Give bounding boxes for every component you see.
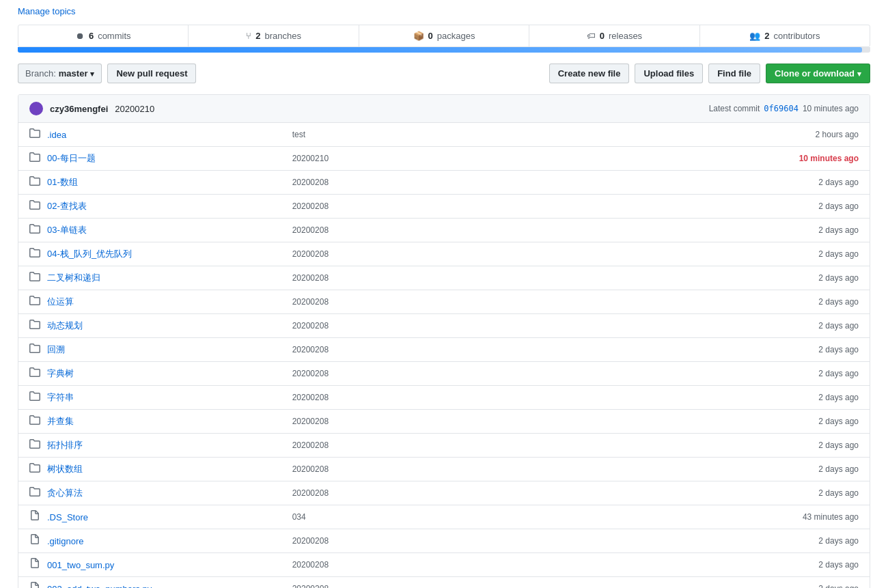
file-name[interactable]: 拓扑排序 bbox=[47, 439, 287, 451]
folder-icon bbox=[29, 486, 42, 500]
packages-count: 0 bbox=[428, 31, 433, 41]
table-row: 02-查找表202002082 days ago bbox=[18, 195, 870, 219]
packages-label: packages bbox=[437, 31, 475, 41]
table-row: 二叉树和递归202002082 days ago bbox=[18, 266, 870, 290]
file-name[interactable]: 贪心算法 bbox=[47, 487, 287, 499]
table-row: .gitignore202002082 days ago bbox=[18, 529, 870, 553]
commit-author[interactable]: czy36mengfei bbox=[50, 104, 108, 114]
folder-icon bbox=[29, 462, 42, 476]
commit-hash-link[interactable]: 0f69604 bbox=[764, 104, 799, 113]
releases-count: 0 bbox=[600, 31, 605, 41]
manage-topics-link[interactable]: Manage topics bbox=[18, 6, 76, 16]
file-time: 2 days ago bbox=[777, 369, 859, 378]
file-name[interactable]: 字符串 bbox=[47, 391, 287, 404]
file-commit-message: 20200208 bbox=[292, 417, 771, 426]
table-row: 字符串202002082 days ago bbox=[18, 386, 870, 410]
commit-header: czy36mengfei 20200210 Latest commit 0f69… bbox=[18, 95, 870, 123]
file-name[interactable]: 02-查找表 bbox=[47, 200, 287, 212]
file-table: czy36mengfei 20200210 Latest commit 0f69… bbox=[18, 94, 870, 588]
file-name[interactable]: 00-每日一题 bbox=[47, 152, 287, 165]
file-time: 2 hours ago bbox=[777, 130, 859, 139]
table-row: 动态规划202002082 days ago bbox=[18, 314, 870, 338]
file-commit-message: 20200208 bbox=[292, 249, 771, 259]
file-name[interactable]: .DS_Store bbox=[47, 512, 287, 522]
file-name[interactable]: 001_two_sum.py bbox=[47, 560, 287, 570]
contributors-stat[interactable]: 2 contributors bbox=[700, 25, 870, 46]
actions-right: Create new file Upload files Find file C… bbox=[549, 64, 870, 83]
file-commit-message: 20200208 bbox=[292, 201, 771, 211]
file-commit-message: 20200208 bbox=[292, 225, 771, 235]
file-time: 2 days ago bbox=[777, 225, 859, 235]
language-progress-bar bbox=[18, 47, 870, 53]
folder-icon bbox=[29, 247, 42, 261]
table-row: .DS_Store03443 minutes ago bbox=[18, 505, 870, 529]
table-row: 03-单链表202002082 days ago bbox=[18, 219, 870, 242]
file-name[interactable]: 002_add_two_numbers.py bbox=[47, 584, 287, 589]
file-time: 2 days ago bbox=[777, 321, 859, 331]
table-row: 04-栈_队列_优先队列202002082 days ago bbox=[18, 242, 870, 266]
file-commit-message: 20200208 bbox=[292, 393, 771, 402]
table-row: 树状数组202002082 days ago bbox=[18, 458, 870, 481]
file-name[interactable]: 字典树 bbox=[47, 367, 287, 380]
table-row: 01-数组202002082 days ago bbox=[18, 171, 870, 195]
branch-icon bbox=[246, 31, 251, 41]
file-name[interactable]: 树状数组 bbox=[47, 463, 287, 475]
file-name[interactable]: 动态规划 bbox=[47, 320, 287, 332]
file-name[interactable]: .idea bbox=[47, 130, 287, 140]
folder-icon bbox=[29, 319, 42, 333]
file-time: 10 minutes ago bbox=[777, 154, 859, 163]
upload-files-button[interactable]: Upload files bbox=[635, 64, 703, 83]
file-commit-message: 20200208 bbox=[292, 273, 771, 283]
file-name[interactable]: 03-单链表 bbox=[47, 224, 287, 236]
branches-stat[interactable]: 2 branches bbox=[189, 25, 359, 46]
file-time: 2 days ago bbox=[777, 393, 859, 402]
file-time: 43 minutes ago bbox=[777, 512, 859, 522]
table-row: 贪心算法202002082 days ago bbox=[18, 481, 870, 505]
file-commit-message: 20200210 bbox=[292, 154, 771, 163]
commits-icon bbox=[76, 31, 85, 41]
package-icon bbox=[413, 31, 424, 41]
clone-or-download-label: Clone or download bbox=[775, 68, 855, 79]
clone-or-download-button[interactable]: Clone or download bbox=[766, 64, 870, 83]
releases-stat[interactable]: 0 releases bbox=[529, 25, 699, 46]
contributors-label: contributors bbox=[773, 31, 820, 41]
commits-stat[interactable]: 6 commits bbox=[18, 25, 189, 46]
file-name[interactable]: 01-数组 bbox=[47, 176, 287, 188]
commits-count: 6 bbox=[89, 31, 94, 41]
stats-bar: 6 commits 2 branches 0 packages 0 releas… bbox=[18, 25, 870, 47]
commit-message: 20200210 bbox=[115, 104, 154, 114]
branches-label: branches bbox=[264, 31, 301, 41]
table-row: 001_two_sum.py202002082 days ago bbox=[18, 553, 870, 577]
file-commit-message: 20200208 bbox=[292, 178, 771, 187]
folder-icon bbox=[29, 438, 42, 452]
file-name[interactable]: .gitignore bbox=[47, 536, 287, 546]
file-commit-message: 20200208 bbox=[292, 297, 771, 307]
file-icon bbox=[29, 510, 42, 524]
table-row: 002_add_two_numbers.py202002082 days ago bbox=[18, 577, 870, 588]
table-row: 00-每日一题2020021010 minutes ago bbox=[18, 147, 870, 171]
file-commit-message: 20200208 bbox=[292, 584, 771, 588]
file-name[interactable]: 并查集 bbox=[47, 415, 287, 428]
branch-label: Branch: bbox=[25, 68, 56, 79]
create-new-file-button[interactable]: Create new file bbox=[549, 64, 630, 83]
packages-stat[interactable]: 0 packages bbox=[359, 25, 529, 46]
progress-bar-fill bbox=[18, 47, 862, 53]
find-file-button[interactable]: Find file bbox=[708, 64, 760, 83]
commits-label: commits bbox=[98, 31, 130, 41]
new-pull-request-button[interactable]: New pull request bbox=[107, 64, 196, 83]
latest-commit-label: Latest commit bbox=[709, 104, 760, 113]
file-commit-message: 20200208 bbox=[292, 321, 771, 331]
file-time: 2 days ago bbox=[777, 273, 859, 283]
commit-time: 10 minutes ago bbox=[803, 104, 859, 113]
table-row: 位运算202002082 days ago bbox=[18, 290, 870, 314]
file-name[interactable]: 二叉树和递归 bbox=[47, 272, 287, 284]
branch-selector[interactable]: Branch: master bbox=[18, 64, 102, 83]
branches-count: 2 bbox=[255, 31, 260, 41]
file-name[interactable]: 位运算 bbox=[47, 296, 287, 308]
actions-bar: Branch: master New pull request Create n… bbox=[18, 64, 870, 83]
contributors-count: 2 bbox=[764, 31, 769, 41]
file-time: 2 days ago bbox=[777, 464, 859, 474]
file-name[interactable]: 04-栈_队列_优先队列 bbox=[47, 248, 287, 260]
table-row: 字典树202002082 days ago bbox=[18, 362, 870, 386]
file-name[interactable]: 回溯 bbox=[47, 344, 287, 356]
